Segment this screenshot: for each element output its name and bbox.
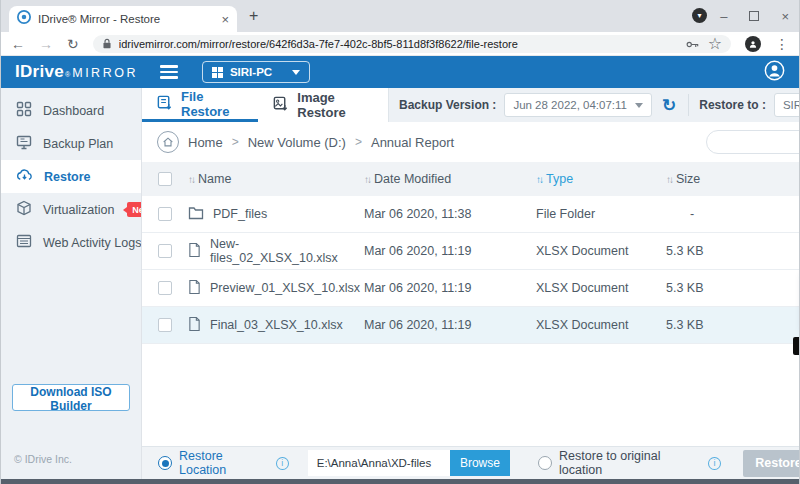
forward-button[interactable]: → [39,37,53,51]
browser-tab[interactable]: IDrive® Mirror - Restore × [9,6,237,32]
restore-action-bar: Restore Location i Browse Restore to ori… [142,446,800,479]
restore-to-dropdown[interactable]: SIRI-PC [774,93,800,117]
url-text: idrivemirror.com/mirror/restore/642f6d3a… [119,38,679,50]
restore-location-label: Restore Location [179,449,271,477]
column-header-name[interactable]: ↑↓ Name [188,172,364,186]
computer-name: SIRI-PC [230,66,272,78]
original-location-radio[interactable] [538,456,552,470]
table-row[interactable]: New-files_02_XLSX_10.xlsx Mar 06 2020, 1… [142,233,800,270]
info-icon[interactable]: i [276,457,289,470]
browser-menu-icon[interactable]: ⋮ [775,37,789,51]
sidebar-item-dashboard[interactable]: Dashboard [1,94,141,127]
password-key-icon[interactable] [686,35,699,53]
breadcrumb-item-volume[interactable]: New Volume (D:) [248,135,346,150]
backup-version-label: Backup Version : [399,98,496,112]
column-header-size[interactable]: ↑↓ Size [652,172,800,186]
reload-button[interactable]: ↻ [67,37,79,51]
file-size: - [652,207,800,221]
file-size: 5.3 KB [652,318,800,332]
table-header: ↑↓ Name ↑↓ Date Modified ↑↓ Type ↑↓ Size [142,162,800,196]
dashboard-icon [16,101,32,120]
sidebar-item-label: Backup Plan [43,137,113,151]
image-restore-icon [272,95,289,115]
download-tooltip: Download [793,337,800,355]
sidebar-item-label: Restore [44,170,91,184]
empty-file-area [142,344,800,446]
table-row[interactable]: Preview_01_XLSX_10.xlsx Mar 06 2020, 11:… [142,270,800,307]
select-all-checkbox[interactable] [158,172,172,186]
app-header: IDrive®MIRROR SIRI-PC [1,56,799,88]
file-name: PDF_files [213,207,267,221]
file-date: Mar 06 2020, 11:19 [364,244,536,258]
row-checkbox[interactable] [158,207,172,221]
browse-button[interactable]: Browse [450,450,510,476]
restore-cloud-icon [16,167,33,186]
sort-icon: ↑↓ [188,174,194,185]
breadcrumb-item-folder[interactable]: Annual Report [371,135,454,150]
file-type: File Folder [536,207,652,221]
sort-icon: ↑↓ [364,174,370,185]
search-input[interactable] [715,136,800,148]
breadcrumb-item-home[interactable]: Home [188,135,223,150]
row-checkbox[interactable] [158,244,172,258]
logo-registered-mark: ® [65,71,70,78]
search-box[interactable] [706,130,800,154]
refresh-icon[interactable]: ↻ [662,95,676,116]
new-tab-button[interactable]: + [249,7,258,25]
idrive-mirror-logo: IDrive®MIRROR [15,62,138,82]
file-date: Mar 06 2020, 11:19 [364,318,536,332]
file-date: Mar 06 2020, 11:19 [364,281,536,295]
tab-file-restore[interactable]: File Restore [142,88,258,122]
window-minimize-button[interactable]: – [720,9,727,24]
web-activity-logs-icon [16,233,32,252]
sort-icon: ↑↓ [666,174,672,185]
row-checkbox[interactable] [158,281,172,295]
sidebar-item-backup-plan[interactable]: Backup Plan [1,127,141,160]
tab-close-icon[interactable]: × [221,12,229,27]
address-bar[interactable]: idrivemirror.com/mirror/restore/642f6d3a… [93,35,731,53]
row-checkbox[interactable] [158,318,172,332]
breadcrumb: Home > New Volume (D:) > Annual Report [142,122,800,162]
info-icon[interactable]: i [708,457,721,470]
file-icon [188,316,201,334]
window-close-button[interactable]: × [781,9,789,24]
computer-selector-dropdown[interactable]: SIRI-PC [202,61,310,83]
browser-profile-avatar[interactable] [745,36,761,52]
favicon-icon [17,10,31,28]
backup-version-dropdown[interactable]: Jun 28 2022, 04:07:11 [504,93,652,117]
browser-toolbar: ← → ↻ idrivemirror.com/mirror/restore/64… [1,32,799,56]
sidebar-item-label: Dashboard [43,104,104,118]
restore-path-input[interactable] [308,450,450,476]
tab-image-restore[interactable]: Image Restore [258,88,388,122]
bookmark-star-icon[interactable]: ☆ [708,34,722,53]
sidebar-item-virtualization[interactable]: Virtualization New [1,193,141,226]
download-iso-builder-button[interactable]: Download ISO Builder [12,384,130,411]
home-icon[interactable] [157,131,179,153]
browser-update-icon[interactable]: ▾ [692,8,707,23]
chevron-down-icon [635,103,643,108]
breadcrumb-separator: > [355,135,362,149]
sort-icon-active: ↑↓ [536,174,542,185]
table-row[interactable]: PDF_files Mar 06 2020, 11:38 File Folder… [142,196,800,233]
column-header-date-modified[interactable]: ↑↓ Date Modified [364,172,536,186]
restore-to-label: Restore to : [699,98,766,112]
file-type: XLSX Document [536,244,652,258]
restore-location-radio[interactable] [158,456,172,470]
column-header-type[interactable]: ↑↓ Type [536,172,652,186]
table-row-highlighted[interactable]: Final_03_XLSX_10.xlsx Mar 06 2020, 11:19… [142,307,800,344]
lock-icon [102,35,112,53]
sidebar-item-web-activity-logs[interactable]: Web Activity Logs [1,226,141,259]
file-size: 5.3 KB [652,281,800,295]
file-icon [188,279,201,297]
account-profile-icon[interactable] [764,60,785,85]
back-button[interactable]: ← [11,37,25,51]
hamburger-menu-icon[interactable] [160,65,178,79]
restore-now-button[interactable]: Restore Now [743,450,800,477]
window-maximize-button[interactable] [749,11,759,21]
browser-tab-title: IDrive® Mirror - Restore [38,13,214,25]
file-type: XLSX Document [536,318,652,332]
sidebar-item-restore[interactable]: Restore [1,160,141,193]
sidebar-item-label: Virtualization [43,203,114,217]
original-location-label: Restore to original location [559,449,703,477]
backup-plan-icon [16,134,32,153]
